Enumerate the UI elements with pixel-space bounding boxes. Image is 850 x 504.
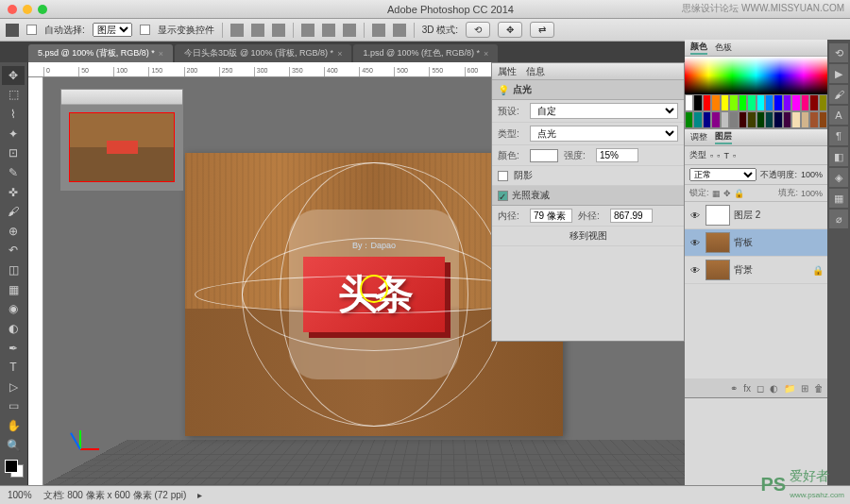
history-icon[interactable]: ⟲	[829, 43, 848, 62]
distribute-icon[interactable]	[372, 24, 385, 37]
zoom-level[interactable]: 100%	[8, 490, 32, 500]
paths-icon[interactable]: ⌀	[829, 210, 848, 228]
tab-info[interactable]: 信息	[526, 65, 545, 78]
traffic-lights[interactable]	[8, 5, 47, 14]
navigator-header[interactable]	[61, 90, 182, 105]
swatch-chip[interactable]	[765, 111, 774, 128]
opacity-value[interactable]: 100%	[801, 170, 823, 179]
channels-icon[interactable]: ▦	[829, 189, 848, 208]
auto-select-check[interactable]	[26, 25, 37, 35]
color-spectrum[interactable]	[685, 57, 827, 94]
swatch-chip[interactable]	[747, 111, 756, 128]
swatch-chip[interactable]	[756, 94, 765, 111]
swatch-chip[interactable]	[783, 94, 791, 111]
properties-tabs[interactable]: 属性 信息	[492, 63, 684, 80]
swatch-chip[interactable]	[774, 94, 782, 111]
lasso-tool[interactable]: ⌇	[2, 105, 25, 124]
tab-swatches[interactable]: 色板	[715, 42, 732, 54]
trash-icon[interactable]: 🗑	[814, 383, 824, 394]
swatch-chip[interactable]	[721, 94, 729, 111]
swatch-chip[interactable]	[693, 111, 702, 128]
ruler-vertical[interactable]	[28, 77, 43, 485]
swatch-chip[interactable]	[765, 94, 774, 111]
filter-icon[interactable]: T	[723, 151, 729, 160]
close-tab-icon[interactable]: ×	[337, 49, 342, 59]
swatch-chip[interactable]	[703, 94, 711, 111]
new-layer-icon[interactable]: ⊞	[801, 383, 808, 394]
swatch-chip[interactable]	[801, 94, 809, 111]
stamp-tool[interactable]: ⊕	[2, 222, 25, 241]
dodge-tool[interactable]: ◐	[2, 319, 25, 338]
distribute-icon[interactable]	[393, 24, 406, 37]
tab-properties[interactable]: 属性	[498, 65, 517, 78]
filter-icon[interactable]: ▫	[717, 151, 720, 160]
type-select[interactable]: 点光	[530, 126, 678, 142]
intensity-input[interactable]	[596, 148, 638, 162]
swatch-chip[interactable]	[791, 111, 800, 128]
swatch-chip[interactable]	[739, 94, 747, 111]
adjustment-icon[interactable]: ◐	[770, 383, 778, 394]
close-icon[interactable]	[8, 5, 17, 14]
mask-icon[interactable]: ◻	[756, 383, 764, 394]
blur-tool[interactable]: ◉	[2, 300, 25, 319]
char-icon[interactable]: A	[829, 106, 848, 125]
crop-tool[interactable]: ⊡	[2, 144, 25, 163]
preset-select[interactable]: 自定	[530, 103, 678, 119]
3d-slide-button[interactable]: ⇄	[530, 22, 554, 38]
hand-tool[interactable]: ✋	[2, 416, 25, 435]
lock-pixels-icon[interactable]: ▦	[712, 189, 721, 198]
layer-row[interactable]: 👁图层 2	[685, 202, 827, 229]
swatch-chip[interactable]	[703, 111, 711, 128]
swatch-chip[interactable]	[711, 94, 720, 111]
fx-icon[interactable]: fx	[743, 383, 751, 394]
swatch-chip[interactable]	[711, 111, 720, 128]
swatch-chip[interactable]	[747, 94, 756, 111]
heal-tool[interactable]: ✜	[2, 183, 25, 202]
layer-row[interactable]: 👁背景🔒	[685, 257, 827, 284]
auto-select-dropdown[interactable]: 图层	[93, 23, 132, 37]
doc-tab-2[interactable]: 1.psd @ 100% (红色, RGB/8) *×	[353, 44, 498, 62]
gradient-tool[interactable]: ▦	[2, 280, 25, 299]
swatch-chip[interactable]	[721, 111, 729, 128]
swatch-chip[interactable]	[685, 111, 693, 128]
tab-color[interactable]: 颜色	[690, 41, 707, 55]
swatch-chip[interactable]	[819, 94, 827, 111]
align-bottom-icon[interactable]	[343, 24, 356, 37]
visibility-icon[interactable]: 👁	[688, 265, 702, 276]
para-icon[interactable]: ¶	[829, 126, 848, 145]
swatch-chip[interactable]	[809, 94, 818, 111]
falloff-check[interactable]: ✓	[498, 191, 508, 201]
swatch-chip[interactable]	[685, 94, 693, 111]
doc-tab-0[interactable]: 5.psd @ 100% (背板, RGB/8) *×	[28, 44, 173, 62]
swatch-chip[interactable]	[756, 111, 765, 128]
tab-adjust[interactable]: 调整	[690, 131, 707, 143]
align-center-icon[interactable]	[251, 24, 264, 37]
marquee-tool[interactable]: ⬚	[2, 86, 25, 105]
history-brush-tool[interactable]: ↶	[2, 242, 25, 260]
outer-input[interactable]	[610, 209, 653, 223]
align-middle-icon[interactable]	[322, 24, 335, 37]
align-top-icon[interactable]	[301, 24, 314, 37]
close-tab-icon[interactable]: ×	[159, 49, 163, 59]
color-swatch[interactable]	[5, 460, 24, 479]
brush-tool[interactable]: 🖌	[2, 202, 25, 221]
filter-icon[interactable]: ▫	[710, 151, 713, 160]
tab-layers[interactable]: 图层	[715, 130, 732, 144]
navigator-panel[interactable]	[60, 89, 183, 191]
swatch-chip[interactable]	[739, 111, 747, 128]
swatch-chip[interactable]	[774, 111, 782, 128]
filter-icon[interactable]: ▫	[733, 151, 736, 160]
3d-pan-button[interactable]: ✥	[498, 22, 522, 38]
shape-tool[interactable]: ▭	[2, 397, 25, 416]
swatch-chip[interactable]	[819, 111, 827, 128]
swatch-chip[interactable]	[783, 111, 791, 128]
swatch-chip[interactable]	[693, 94, 702, 111]
zoom-tool[interactable]: 🔍	[2, 436, 25, 455]
path-tool[interactable]: ▷	[2, 378, 25, 396]
move-tool[interactable]: ✥	[2, 66, 25, 85]
lock-position-icon[interactable]: ✥	[723, 189, 731, 198]
color-chip[interactable]	[530, 149, 558, 162]
layer-row[interactable]: 👁背板	[685, 229, 827, 257]
lock-all-icon[interactable]: 🔒	[734, 189, 744, 198]
eraser-tool[interactable]: ◫	[2, 260, 25, 279]
